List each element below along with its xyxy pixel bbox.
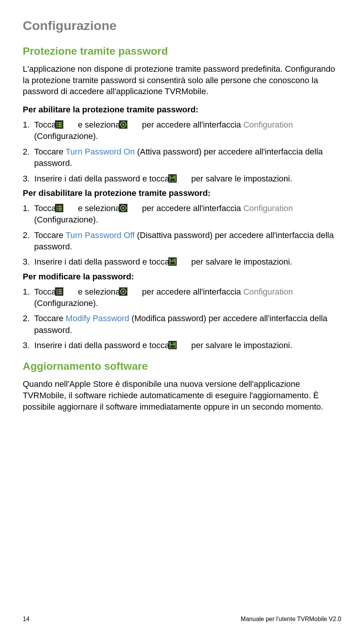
enable-steps: 1. Toccare e selezionare per accedere al… <box>23 119 341 184</box>
gear-icon <box>130 120 139 129</box>
list-item: 3. Inserire i dati della password e tocc… <box>23 340 341 351</box>
modify-lead: Per modificare la password: <box>23 272 341 282</box>
disable-steps: 1. Toccare e selezionare per accedere al… <box>23 203 341 268</box>
turn-password-on-link: Turn Password On <box>66 147 135 156</box>
list-item: 2. Toccare Turn Password On (Attiva pass… <box>23 146 341 169</box>
text: (Configurazione). <box>34 215 98 224</box>
list-item: 1. Toccare e selezionare per accedere al… <box>23 203 341 226</box>
text: per salvare le impostazioni. <box>189 257 292 266</box>
config-label: Configuration <box>243 287 293 296</box>
text: Toccare <box>34 147 66 156</box>
text: per accedere all'interfaccia <box>140 120 243 129</box>
update-paragraph: Quando nell'Apple Store è disponibile un… <box>23 378 341 412</box>
gear-icon <box>130 204 139 212</box>
doc-title-footer: Manuale per l'utente TVRMobile V2.0 <box>241 616 341 623</box>
text: per accedere all'interfaccia <box>140 287 243 296</box>
turn-password-off-link: Turn Password Off <box>66 230 135 240</box>
text: Inserire i dati della password e toccare <box>35 174 179 183</box>
list-item: 2. Toccare Turn Password Off (Disattiva … <box>23 230 341 253</box>
text: (Configurazione). <box>34 131 98 141</box>
save-icon <box>180 257 188 266</box>
config-label: Configuration <box>243 203 293 213</box>
enable-lead: Per abilitare la protezione tramite pass… <box>23 105 341 115</box>
text: Inserire i dati della password e toccare <box>35 341 179 350</box>
menu-icon <box>66 287 75 296</box>
page-title: Configurazione <box>23 18 341 33</box>
list-item: 1. Toccare e selezionare per accedere al… <box>23 119 341 142</box>
config-label: Configuration <box>243 120 293 129</box>
menu-icon <box>66 204 75 212</box>
modify-steps: 1. Toccare e selezionare per accedere al… <box>23 286 341 352</box>
gear-icon <box>130 287 139 296</box>
list-item: 3. Inserire i dati della password e tocc… <box>23 173 341 184</box>
footer: 14 Manuale per l'utente TVRMobile V2.0 <box>23 616 341 623</box>
list-item: 3. Inserire i dati della password e tocc… <box>23 256 341 268</box>
modify-password-link: Modify Password <box>66 314 129 323</box>
text: per accedere all'interfaccia <box>140 203 243 213</box>
intro-paragraph: L'applicazione non dispone di protezione… <box>23 63 341 97</box>
section-heading-update: Aggiornamento software <box>23 360 341 372</box>
text: Toccare <box>34 230 66 240</box>
text: Toccare <box>34 314 66 323</box>
save-icon <box>180 341 188 349</box>
disable-lead: Per disabilitare la protezione tramite p… <box>23 188 341 198</box>
text: per salvare le impostazioni. <box>189 341 292 350</box>
save-icon <box>180 174 188 183</box>
page-number: 14 <box>23 616 30 623</box>
text: (Configurazione). <box>34 298 98 308</box>
text: Inserire i dati della password e toccare <box>35 257 179 266</box>
list-item: 1. Toccare e selezionare per accedere al… <box>23 286 341 309</box>
text: per salvare le impostazioni. <box>189 174 292 183</box>
list-item: 2. Toccare Modify Password (Modifica pas… <box>23 313 341 336</box>
section-heading-password: Protezione tramite password <box>23 45 341 57</box>
menu-icon <box>66 120 75 129</box>
